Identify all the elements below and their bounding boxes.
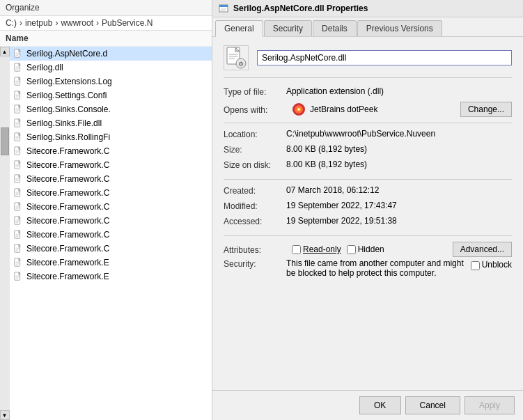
tab-details[interactable]: Details [313, 20, 357, 36]
location-size-grid: Location: C:\inetpub\wwwroot\PubService.… [224, 129, 512, 173]
cancel-button[interactable]: Cancel [405, 396, 460, 414]
organize-label[interactable]: Organize [6, 3, 40, 13]
scroll-thumb[interactable] [1, 127, 9, 155]
dialog-footer: OK Cancel Apply [212, 390, 523, 420]
file-name: Serilog.Settings.Confi [26, 91, 107, 100]
list-item[interactable]: Sitecore.Framework.C [10, 214, 212, 228]
created-row: Created: 07 March 2018, 06:12:12 [224, 185, 512, 199]
file-name: Serilog.Extensions.Log [26, 77, 112, 86]
file-icon [13, 271, 24, 282]
type-label: Type of file: [224, 86, 286, 97]
size-on-disk-row: Size on disk: 8.00 KB (8,192 bytes) [224, 160, 512, 173]
readonly-checkbox[interactable] [292, 245, 301, 254]
size-on-disk-label: Size on disk: [224, 160, 286, 170]
hidden-label: Hidden [358, 244, 384, 254]
file-name: Serilog.Sinks.RollingFi [26, 132, 110, 142]
size-label: Size: [224, 144, 286, 155]
attributes-label: Attributes: [224, 244, 286, 255]
opens-with-content: JetBrains dotPeek Change... [292, 102, 512, 117]
list-item[interactable]: Sitecore.Framework.C [10, 228, 212, 242]
toolbar: Organize [0, 0, 212, 16]
list-item[interactable]: Sitecore.Framework.C [10, 186, 212, 200]
tab-security[interactable]: Security [264, 20, 312, 36]
file-icon [13, 146, 24, 157]
file-name: Sitecore.Framework.C [26, 244, 109, 254]
list-item[interactable]: Sitecore.Framework.E [10, 270, 212, 283]
list-item[interactable]: Sitecore.Framework.C [10, 144, 212, 158]
unblock-checkbox[interactable] [471, 261, 480, 270]
breadcrumb-drive[interactable]: C:) [6, 18, 17, 28]
tab-general[interactable]: General [215, 20, 263, 37]
location-row: Location: C:\inetpub\wwwroot\PubService.… [224, 129, 512, 143]
file-icon [13, 187, 24, 199]
list-item[interactable]: Serilog.dll [10, 61, 212, 75]
created-value: 07 March 2018, 06:12:12 [286, 185, 512, 195]
list-item[interactable]: Sitecore.Framework.C [10, 158, 212, 172]
list-item[interactable]: Sitecore.Framework.C [10, 242, 212, 256]
opens-with-label: Opens with: [224, 104, 286, 115]
file-icon [13, 76, 24, 87]
breadcrumb-sep2: › [55, 18, 58, 28]
list-item[interactable]: Sitecore.Framework.E [10, 256, 212, 270]
filename-input[interactable] [257, 50, 512, 65]
file-name: Sitecore.Framework.C [26, 160, 109, 170]
breadcrumb-folder2[interactable]: wwwroot [61, 18, 93, 28]
file-name: Sitecore.Framework.C [26, 146, 109, 156]
file-icon [13, 215, 24, 226]
file-name: Sitecore.Framework.E [26, 258, 109, 267]
file-explorer-panel: Organize C:) › inetpub › wwwroot › PubSe… [0, 0, 212, 420]
breadcrumb[interactable]: C:) › inetpub › wwwroot › PubService.N [0, 16, 212, 31]
security-content: This file came from another computer and… [286, 258, 512, 278]
hidden-checkbox-label[interactable]: Hidden [347, 244, 384, 254]
advanced-button[interactable]: Advanced... [453, 242, 512, 257]
list-item[interactable]: Serilog.Extensions.Log [10, 75, 212, 88]
file-name: Sitecore.Framework.C [26, 230, 109, 240]
apply-button[interactable]: Apply [465, 396, 515, 414]
svg-point-99 [298, 109, 300, 111]
security-label: Security: [224, 258, 286, 269]
readonly-checkbox-label[interactable]: Read-only [292, 244, 341, 254]
vertical-scrollbar[interactable]: ▲ ▼ [0, 47, 10, 420]
attributes-controls: Read-only Hidden Advanced... [292, 242, 512, 257]
scroll-down-button[interactable]: ▼ [0, 410, 10, 420]
breadcrumb-folder1[interactable]: inetpub [25, 18, 52, 28]
breadcrumb-folder3[interactable]: PubService.N [102, 18, 153, 28]
location-label: Location: [224, 129, 286, 139]
tab-previous-versions[interactable]: Previous Versions [357, 20, 442, 36]
file-name: Sitecore.Framework.C [26, 216, 109, 226]
list-item[interactable]: Serilog.Sinks.File.dll [10, 116, 212, 130]
accessed-value: 19 September 2022, 19:51:38 [286, 216, 512, 226]
name-column-header[interactable]: Name [6, 33, 29, 43]
tab-bar: GeneralSecurityDetailsPrevious Versions [212, 17, 523, 37]
scroll-up-button[interactable]: ▲ [0, 47, 10, 56]
file-header: ⚙ [224, 45, 512, 78]
list-item[interactable]: Serilog.Sinks.Console. [10, 102, 212, 116]
opens-with-app: JetBrains dotPeek [310, 104, 456, 114]
file-list: Serilog.AspNetCore.d Serilog.dll [10, 47, 212, 420]
list-item[interactable]: Sitecore.Framework.C [10, 172, 212, 186]
opens-with-row: Opens with: JetBrains dotPeek Change... [224, 102, 512, 117]
file-list-header: Name [0, 31, 212, 47]
dialog-title: Serilog.AspNetCore.dll Properties [233, 3, 368, 13]
accessed-row: Accessed: 19 September 2022, 19:51:38 [224, 216, 512, 230]
scroll-track[interactable] [0, 56, 10, 410]
change-button[interactable]: Change... [460, 102, 512, 117]
properties-dialog: Serilog.AspNetCore.dll Properties Genera… [212, 0, 523, 420]
security-text: This file came from another computer and… [286, 258, 467, 278]
ok-button[interactable]: OK [359, 396, 401, 414]
file-icon [13, 62, 24, 73]
location-value: C:\inetpub\wwwroot\PubService.Nuveen [286, 129, 512, 139]
list-item[interactable]: Serilog.Sinks.RollingFi [10, 130, 212, 144]
file-icon [13, 160, 24, 171]
list-item[interactable]: Serilog.Settings.Confi [10, 88, 212, 102]
dialog-titlebar: Serilog.AspNetCore.dll Properties [212, 0, 523, 17]
file-icon [13, 229, 24, 240]
dates-grid: Created: 07 March 2018, 06:12:12 Modifie… [224, 185, 512, 230]
file-name: Sitecore.Framework.E [26, 272, 109, 281]
list-item[interactable]: Serilog.AspNetCore.d [10, 47, 212, 61]
type-row: Type of file: Application extension (.dl… [224, 86, 512, 100]
list-item[interactable]: Sitecore.Framework.C [10, 200, 212, 214]
file-icon [13, 48, 24, 59]
hidden-checkbox[interactable] [347, 245, 356, 254]
breadcrumb-sep3: › [96, 18, 99, 28]
